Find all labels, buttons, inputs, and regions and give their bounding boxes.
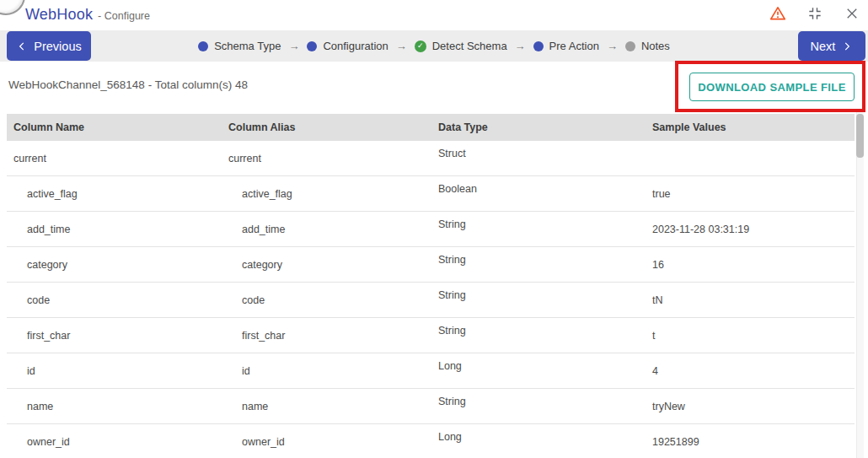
cell-alias: owner_id	[222, 436, 431, 448]
cell-name: name	[7, 401, 222, 412]
wizard-stepbar: Previous Schema Type→Configuration→✓Dete…	[0, 30, 868, 62]
scrollbar-track[interactable]	[856, 112, 864, 458]
cell-type: String	[431, 396, 646, 407]
cell-alias: category	[222, 259, 431, 271]
step-label: Schema Type	[214, 40, 281, 52]
step-dot-icon	[198, 41, 208, 51]
warning-triangle-icon[interactable]	[769, 4, 787, 23]
next-button[interactable]: Next	[798, 31, 865, 61]
step-dot-icon	[307, 41, 317, 51]
cell-sample: true	[646, 188, 855, 200]
step-configuration: Configuration	[307, 40, 388, 52]
step-label: Detect Schema	[432, 40, 507, 52]
chevron-right-icon	[841, 40, 853, 52]
step-check-icon: ✓	[415, 40, 426, 52]
step-notes: Notes	[625, 40, 670, 52]
cell-sample: t	[646, 330, 855, 342]
step-dot-icon	[533, 41, 544, 51]
column-header-type: Data Type	[431, 121, 646, 133]
cell-name: code	[7, 294, 222, 306]
cell-sample: tryNew	[646, 401, 855, 412]
cell-type: String	[431, 325, 646, 337]
table-body: currentcurrentStructactive_flagactive_fl…	[7, 141, 855, 458]
cell-name: id	[7, 365, 222, 377]
page-title-main: WebHook	[25, 6, 93, 24]
cell-name: add_time	[7, 224, 222, 235]
step-dot-icon	[625, 41, 635, 51]
cell-alias: first_char	[222, 330, 431, 342]
content-header: WebHookChannel_568148 - Total column(s) …	[0, 62, 868, 114]
cell-sample: 4	[646, 365, 855, 377]
cell-type: Long	[431, 360, 646, 372]
logo-arc-icon	[0, 0, 25, 15]
schema-table: Column Name Column Alias Data Type Sampl…	[7, 114, 855, 458]
schema-summary: WebHookChannel_568148 - Total column(s) …	[8, 78, 248, 91]
cell-name: category	[7, 259, 222, 271]
cell-alias: active_flag	[222, 188, 431, 200]
column-header-name: Column Name	[7, 121, 222, 133]
step-label: Configuration	[323, 40, 388, 52]
cell-type: String	[431, 218, 646, 230]
cell-type: String	[431, 254, 646, 266]
page-title: WebHook - Configure	[25, 3, 150, 25]
titlebar: WebHook - Configure	[0, 0, 868, 30]
cell-name: owner_id	[7, 436, 222, 448]
step-arrow: →	[287, 40, 300, 52]
scrollbar-thumb[interactable]	[856, 114, 864, 158]
cell-alias: id	[222, 365, 431, 377]
cell-type: Long	[431, 431, 646, 443]
table-row: add_timeadd_timeString2023-11-28 03:31:1…	[7, 212, 855, 247]
stepper: Schema Type→Configuration→✓Detect Schema…	[0, 30, 868, 62]
table-row: codecodeStringtN	[7, 283, 855, 318]
cell-alias: add_time	[222, 224, 431, 235]
cell-alias: name	[222, 401, 431, 412]
next-button-label: Next	[811, 40, 836, 53]
cell-name: active_flag	[7, 188, 222, 200]
titlebar-actions	[769, 3, 861, 24]
step-label: Notes	[641, 40, 670, 52]
cell-type: String	[431, 289, 646, 301]
table-row: owner_idowner_idLong19251899	[7, 424, 855, 458]
step-label: Pre Action	[549, 40, 599, 52]
webhook-configure-dialog: WebHook - Configure	[0, 0, 868, 458]
table-row: currentcurrentStruct	[7, 141, 855, 176]
step-pre-action: Pre Action	[533, 40, 599, 52]
step-arrow: →	[606, 40, 619, 52]
column-header-sample: Sample Values	[646, 121, 855, 133]
step-arrow: →	[514, 40, 527, 52]
table-row: first_charfirst_charStringt	[7, 318, 855, 353]
cell-name: first_char	[7, 330, 222, 342]
cell-type: Boolean	[431, 183, 646, 195]
cell-sample: 16	[646, 259, 855, 271]
cell-type: Struct	[431, 148, 646, 159]
step-detect-schema: ✓Detect Schema	[415, 40, 507, 52]
close-icon[interactable]	[843, 4, 861, 23]
cell-alias: current	[222, 153, 431, 164]
table-header: Column Name Column Alias Data Type Sampl…	[7, 114, 855, 141]
page-title-sub: - Configure	[98, 10, 150, 22]
cell-sample: 2023-11-28 03:31:19	[646, 224, 855, 235]
table-row: namenameStringtryNew	[7, 389, 855, 424]
download-sample-file-button[interactable]: DOWNLOAD SAMPLE FILE	[689, 73, 855, 101]
cell-alias: code	[222, 294, 431, 306]
table-row: categorycategoryString16	[7, 247, 855, 283]
cell-name: current	[7, 153, 222, 164]
cell-sample: tN	[646, 294, 855, 306]
cell-sample: 19251899	[646, 436, 855, 448]
column-header-alias: Column Alias	[222, 121, 431, 133]
compress-icon[interactable]	[806, 4, 824, 23]
step-arrow: →	[395, 40, 408, 52]
table-row: active_flagactive_flagBooleantrue	[7, 176, 855, 212]
table-row: ididLong4	[7, 353, 855, 389]
step-schema-type: Schema Type	[198, 40, 281, 52]
